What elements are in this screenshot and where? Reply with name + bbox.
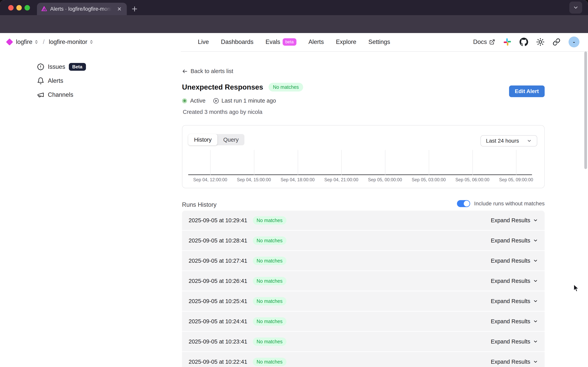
sidebar-item-channels[interactable]: Channels [37,90,73,100]
alert-status-row: Active Last run 1 minute ago [182,98,276,104]
run-timestamp: 2025-09-05 at 10:27:41 [189,258,247,264]
nav-item-alerts[interactable]: Alerts [308,38,324,45]
run-row: 2025-09-05 at 10:27:41No matchesExpand R… [182,251,545,271]
chart-gridline [472,150,473,175]
edit-alert-button[interactable]: Edit Alert [509,85,545,97]
x-tick-label: Sep 04, 12:00:00 [187,177,234,183]
x-tick-label: Sep 04, 15:00:00 [231,177,277,183]
expand-results-button[interactable]: Expand Results [491,278,538,284]
tab-history[interactable]: History [188,134,217,145]
nav-item-label: Dashboards [221,38,253,45]
run-row: 2025-09-05 at 10:22:41No matchesExpand R… [182,352,545,367]
chevron-down-icon [533,359,538,364]
expand-results-button[interactable]: Expand Results [491,258,538,264]
back-to-alerts-link[interactable]: Back to alerts list [182,68,233,75]
run-row: 2025-09-05 at 10:28:41No matchesExpand R… [182,231,545,251]
x-axis [188,175,532,175]
project-selector[interactable]: logfire-monitor [49,38,94,45]
sidebar-item-issues[interactable]: IssuesBeta [37,62,86,72]
breadcrumb: logfire / logfire-monitor [7,33,94,51]
nav-utilities: Docs [473,33,579,51]
org-name: logfire [16,38,32,45]
time-range-value: Last 24 hours [486,138,519,144]
nav-item-explore[interactable]: Explore [336,38,356,45]
page-title: Unexpected Responses [182,83,263,91]
run-row: 2025-09-05 at 10:23:41No matchesExpand R… [182,332,545,352]
tab-close-icon[interactable] [116,5,123,12]
sidebar-item-label: Alerts [48,77,63,84]
arrow-left-icon [182,68,188,74]
expand-results-button[interactable]: Expand Results [491,217,538,224]
expand-results-button[interactable]: Expand Results [491,338,538,345]
sort-chevrons-icon [34,39,39,44]
nav-item-label: Settings [368,38,390,45]
nav-item-evals[interactable]: Evalsbeta [266,38,297,46]
zoom-window-button[interactable] [25,5,30,10]
include-runs-toggle-label: Include runs without matches [474,200,545,207]
sidebar-item-label: Channels [48,91,73,98]
run-timestamp: 2025-09-05 at 10:29:41 [189,217,247,224]
match-status-badge: No matches [269,83,303,92]
nav-item-label: Evals [266,38,280,45]
project-name: logfire-monitor [49,38,87,45]
bell-icon [37,77,44,84]
expand-results-label: Expand Results [491,258,530,264]
nav-item-dashboards[interactable]: Dashboards [221,38,253,45]
github-icon[interactable] [520,38,528,46]
run-timestamp: 2025-09-05 at 10:26:41 [189,278,247,284]
tab-query[interactable]: Query [217,134,244,145]
close-window-button[interactable] [8,5,14,10]
browser-tab[interactable]: Alerts · logfire/logfire-monitor [37,3,127,15]
expand-results-label: Expand Results [491,298,530,304]
theme-sun-icon[interactable] [536,38,545,46]
logfire-favicon-icon [41,6,47,12]
run-match-badge: No matches [253,297,286,305]
chart-gridline [429,150,429,175]
chevron-down-icon [533,278,538,284]
chevron-down-icon [533,238,538,243]
x-tick-label: Sep 04, 18:00:00 [274,177,321,183]
expand-results-button[interactable]: Expand Results [491,298,538,304]
active-label: Active [190,98,205,104]
docs-link[interactable]: Docs [473,38,495,45]
new-tab-button[interactable] [130,4,139,14]
run-timestamp: 2025-09-05 at 10:24:41 [189,318,247,325]
time-range-select[interactable]: Last 24 hours [480,135,537,147]
x-tick-label: Sep 05, 06:00:00 [449,177,496,183]
expand-results-button[interactable]: Expand Results [491,359,538,365]
expand-results-button[interactable]: Expand Results [491,318,538,325]
back-link-label: Back to alerts list [191,68,233,75]
chevron-down-icon [533,258,538,263]
tab-search-chevron-icon[interactable] [569,1,582,14]
chart-gridline [341,150,342,175]
created-by-text: Created 3 months ago by nicola [183,109,262,115]
breadcrumb-separator: / [43,38,44,45]
include-runs-toggle[interactable] [457,200,470,207]
app-navbar: logfire / logfire-monitor LiveDashboards… [0,33,588,52]
share-link-icon[interactable] [553,38,560,46]
beta-badge: Beta [69,63,86,71]
logfire-logo-icon [6,38,13,46]
browser-window: Alerts · logfire/logfire-monitor [0,0,588,367]
history-card: History Query Last 24 hours Sep 04, 12:0… [182,125,545,188]
x-tick-label: Sep 04, 21:00:00 [318,177,365,183]
avatar[interactable]: - [569,36,579,47]
sidebar-item-alerts[interactable]: Alerts [37,76,63,85]
nav-item-live[interactable]: Live [198,38,209,45]
runs-history-heading: Runs History [182,201,216,208]
expand-results-button[interactable]: Expand Results [491,237,538,244]
run-timestamp: 2025-09-05 at 10:22:41 [189,359,247,365]
tab-title: Alerts · logfire/logfire-monitor [50,6,113,12]
chart-gridline [210,150,211,175]
page-scrollbar[interactable] [584,51,587,169]
nav-item-settings[interactable]: Settings [368,38,390,45]
docs-label: Docs [473,38,487,45]
x-tick-label: Sep 05, 03:00:00 [405,177,452,183]
expand-results-label: Expand Results [491,217,530,224]
slack-icon[interactable] [503,38,511,46]
expand-results-label: Expand Results [491,359,530,365]
org-selector[interactable]: logfire [16,38,39,45]
minimize-window-button[interactable] [16,5,22,10]
run-timestamp: 2025-09-05 at 10:28:41 [189,237,247,244]
x-tick-label: Sep 05, 09:00:00 [493,177,539,183]
